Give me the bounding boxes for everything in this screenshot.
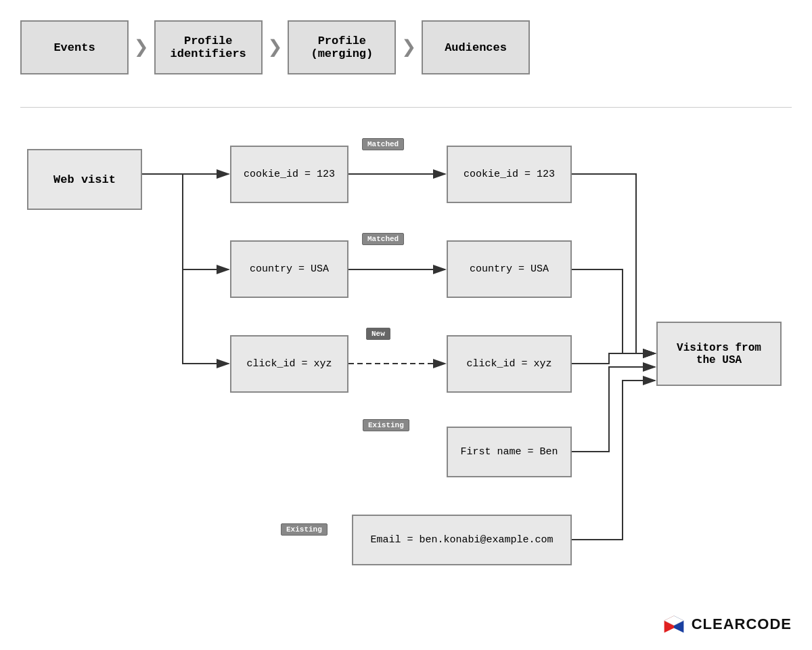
web-visit-box: Web visit — [27, 149, 142, 210]
identifier-cookie-box: cookie_id = 123 — [230, 146, 348, 203]
clearcode-cube-icon — [662, 612, 686, 636]
pipeline-header: Events ❯ Profile identifiers ❯ Profile (… — [0, 20, 812, 74]
clearcode-logo: CLEARCODE — [662, 612, 792, 636]
identifier-country-box: country = USA — [230, 240, 348, 298]
profile-country-box: country = USA — [447, 240, 572, 298]
identifier-click-box: click_id = xyz — [230, 335, 348, 393]
pipe-box-identifiers: Profile identifiers — [154, 20, 263, 74]
arrow-3: ❯ — [401, 32, 416, 62]
badge-matched-1: Matched — [362, 138, 404, 150]
profile-firstname-box: First name = Ben — [447, 427, 572, 477]
badge-matched-2: Matched — [362, 233, 404, 245]
profile-click-box: click_id = xyz — [447, 335, 572, 393]
diagram-container: Events ❯ Profile identifiers ❯ Profile (… — [0, 0, 812, 650]
divider — [20, 107, 792, 108]
clearcode-text: CLEARCODE — [692, 615, 792, 633]
audience-box: Visitors from the USA — [656, 322, 782, 386]
badge-existing-1: Existing — [363, 419, 409, 431]
arrow-1: ❯ — [134, 32, 149, 62]
profile-email-box: Email = ben.konabi@example.com — [352, 515, 572, 565]
pipe-box-merging: Profile (merging) — [288, 20, 396, 74]
badge-existing-2: Existing — [281, 523, 328, 536]
pipe-box-audiences: Audiences — [422, 20, 530, 74]
profile-cookie-box: cookie_id = 123 — [447, 146, 572, 203]
pipe-box-events: Events — [20, 20, 129, 74]
arrow-2: ❯ — [268, 32, 283, 62]
badge-new: New — [366, 328, 390, 340]
